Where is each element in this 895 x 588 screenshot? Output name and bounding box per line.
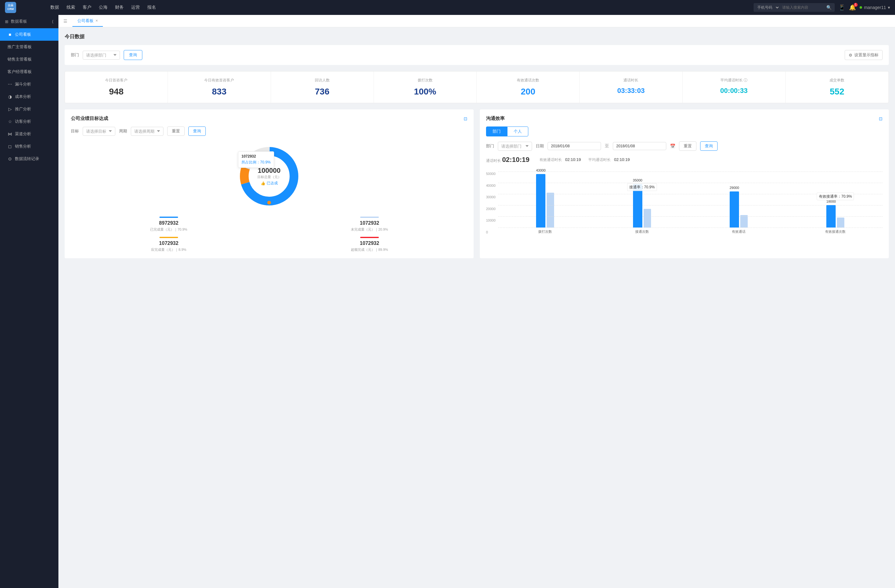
sidebar-item-label: 访客分析 [15,119,31,124]
search-button[interactable]: 🔍 [823,3,835,12]
nav-customers[interactable]: 客户 [82,3,92,12]
nav-ops[interactable]: 运营 [130,3,141,12]
goal-select[interactable]: 请选择目标 [83,127,115,136]
content-area: 今日数据 部门 请选择部门 查询 ⚙ 设置显示指标 [58,27,895,588]
goal-stat-should-complete: 1072932 应完成量（元）｜8.9% [71,237,267,252]
goal-expand-icon[interactable]: ⊡ [464,116,467,121]
incomplete-bar [360,217,379,218]
eff-tab-person[interactable]: 个人 [507,126,528,136]
bar-connect-light [643,209,651,227]
connect-rate-label: 接通率：70.9% [627,183,657,191]
sidebar-item-label: 推广主管看板 [8,44,32,50]
monitor-icon[interactable]: 📱 [839,4,845,11]
completed-value: 8972932 [71,220,267,226]
sidebar-item-channel[interactable]: ⋈ 渠道分析 [0,128,58,140]
bar-effective-blue-label: 29000 [730,186,739,189]
sidebar-item-visitor[interactable]: ☆ 访客分析 [0,115,58,128]
search-input[interactable] [780,3,823,12]
tab-close-icon[interactable]: ✕ [96,19,98,23]
today-query-button[interactable]: 查询 [124,50,142,60]
eff-date-to[interactable] [613,142,666,150]
eff-effective-label: 有效通话时长 [540,158,562,162]
stat-call-duration: 通话时长 03:33:03 [579,71,683,103]
eff-filters: 部门 请选择部门 日期 至 📅 重置 查询 [486,141,883,151]
eff-tab-dept[interactable]: 部门 [486,126,507,136]
y-label-20k: 20000 [486,207,496,211]
eff-date-from[interactable] [548,142,601,150]
bar-dial-light [547,193,554,227]
eff-expand-icon[interactable]: ⊡ [879,116,883,121]
sidebar-section-icon: ⊞ [5,19,8,24]
user-menu[interactable]: manager11 ▾ [860,5,890,10]
nav-finance[interactable]: 财务 [114,3,124,12]
sidebar-section-title: ⊞ 数据看板 [5,19,27,24]
sales-icon: ◻ [8,144,12,149]
eff-talk-value: 02:10:19 [502,156,529,164]
sidebar-item-sales-manager[interactable]: 销售主管看板 [0,53,58,65]
eff-dept-select[interactable]: 请选择部门 [498,142,532,151]
sidebar-item-data-flow[interactable]: ⊙ 数据流转记录 [0,153,58,165]
settings-icon: ⚙ [849,53,853,58]
search-type-select[interactable]: 手机号码 [754,3,780,12]
stat-label-2: 回访人数 [276,78,369,83]
notification-icon[interactable]: 🔔 5 [849,4,856,11]
tab-company-board[interactable]: 公司看板 ✕ [73,15,103,27]
eff-panel-header: 沟通效率 ⊡ [486,116,883,121]
stat-avg-duration: 平均通话时长 ⓘ 00:00:33 [683,71,786,103]
dept-select[interactable]: 请选择部门 [83,51,120,60]
should-complete-desc: 应完成量（元）｜8.9% [71,247,267,252]
sidebar-item-company-board[interactable]: ■ 公司看板 [0,28,58,41]
sidebar-item-label: 漏斗分析 [15,82,31,87]
eff-talk-label: 通话时长 [486,159,501,163]
sidebar-item-sales-analysis[interactable]: ◻ 销售分析 [0,140,58,153]
logo-icon: 云朵CRM [5,2,16,13]
bar-eff-connect-blue: 18000 [826,205,836,227]
bar-pair-connect: 35000 接通率：70.9% [633,165,651,227]
eff-panel-title: 沟通效率 [486,116,505,121]
today-data-title: 今日数据 [65,33,889,40]
calendar-icon: 📅 [670,144,675,149]
donut-label: 目标总量（元） [257,175,281,179]
sidebar-item-customer-manager[interactable]: 客户经理看板 [0,65,58,78]
visitor-icon: ☆ [8,119,12,124]
bar-group-effective: 29000 有效通话 [692,165,786,234]
online-status-dot [860,6,862,9]
stat-value-2: 736 [276,87,369,97]
eff-avg-time: 平均通话时长 02:10:19 [588,157,630,162]
goal-query-button[interactable]: 查询 [188,126,206,136]
sidebar-collapse-icon[interactable]: ⟨ [52,19,53,24]
y-label-0: 0 [486,230,496,234]
eff-reset-button[interactable]: 重置 [679,141,696,151]
bar-eff-connect-light [837,218,844,227]
period-select[interactable]: 请选择周期 [131,127,164,136]
eff-query-button[interactable]: 查询 [700,141,718,151]
bar-pair-eff-connect: 18000 有效接通率：70.9% [826,165,844,227]
nav-data[interactable]: 数据 [50,3,60,12]
eff-connect-rate-label: 有效接通率：70.9% [817,193,854,200]
bar-pair-dial: 43000 [536,165,554,227]
stats-row: 今日首咨客户 948 今日有效首咨客户 833 回访人数 736 拨打次数 10… [65,71,889,103]
sidebar-item-funnel[interactable]: ⋯ 漏斗分析 [0,78,58,91]
stat-label-1: 今日有效首咨客户 [173,78,265,83]
cost-icon: ◑ [8,94,12,99]
eff-date-label: 日期 [536,143,544,149]
sidebar-item-promote-analysis[interactable]: ▷ 推广分析 [0,103,58,115]
sidebar-item-label: 销售分析 [15,144,31,149]
efficiency-panel: 沟通效率 ⊡ 部门 个人 部门 请选择部门 日期 [480,109,889,258]
goal-reset-button[interactable]: 重置 [167,126,185,136]
nav-public-sea[interactable]: 公海 [98,3,108,12]
stat-value-1: 833 [173,87,265,97]
bar-groups: 43000 拨打次数 [498,172,883,234]
sidebar-item-promote-manager[interactable]: 推广主管看板 [0,41,58,53]
logo: 云朵CRM [5,2,42,13]
settings-display-button[interactable]: ⚙ 设置显示指标 [845,50,883,60]
donut-chart: 1072932 所占比例：70.9% 100000 目标总量（元） 👍 已达成 [235,142,303,211]
bar-chart: 0 10000 20000 30000 40000 50000 [486,169,883,237]
stat-label-3: 拨打次数 [379,78,472,83]
nav-leads[interactable]: 线索 [66,3,76,12]
sidebar-item-cost[interactable]: ◑ 成本分析 [0,91,58,103]
menu-toggle-icon[interactable]: ☰ [64,19,67,24]
nav-signup[interactable]: 报名 [147,3,156,12]
goal-stat-incomplete: 1072932 未完成量（元）｜20.9% [272,217,467,232]
y-label-40k: 40000 [486,184,496,187]
